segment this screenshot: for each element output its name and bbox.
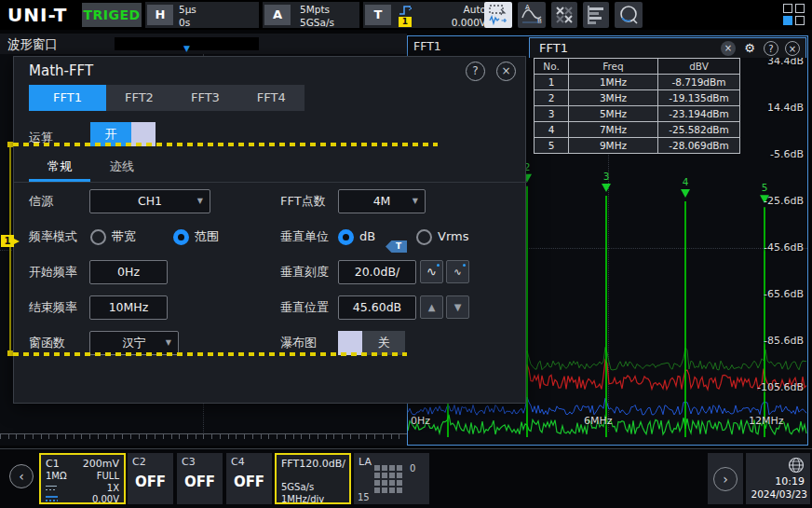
search-tool-button[interactable] <box>615 2 643 28</box>
scale-expand-button[interactable]: ∿ <box>420 260 443 283</box>
horizontal-settings-group[interactable]: H 5μs 0s <box>145 2 259 28</box>
pos-down-button[interactable]: ▼ <box>446 295 469 319</box>
timebase-scale: 5μs <box>179 4 196 15</box>
sample-rate: 5GSa/s <box>300 17 334 28</box>
help-icon[interactable]: ? <box>466 62 485 81</box>
waveform-window-dropdown[interactable]: ▼ <box>115 37 259 50</box>
cursor-measure-button[interactable]: A B <box>518 2 546 28</box>
trigger-settings-group[interactable]: T 1 Auto 0.000V <box>363 2 494 28</box>
fft-card-scale: 20.0dB/ <box>305 458 345 471</box>
clock-date: 2024/03/23 <box>751 488 807 500</box>
c3-state: OFF <box>177 474 223 490</box>
c1-offset: 0.00V <box>92 494 119 506</box>
stop-freq-value: 10MHz <box>109 300 149 314</box>
clock-time: 10:19 <box>775 475 805 487</box>
db-axis-label: -65.6dB <box>764 288 804 300</box>
trigger-source-badge: 1 <box>399 17 412 27</box>
points-select[interactable]: 4M ▼ <box>338 189 426 213</box>
radio-db[interactable] <box>338 229 354 245</box>
waveform-tool-button[interactable] <box>484 2 512 28</box>
chevron-down-icon: ▼ <box>413 190 418 213</box>
tab-fft4[interactable]: FFT4 <box>238 85 304 111</box>
peak-table-cell: 3 <box>535 106 568 121</box>
close-icon[interactable]: × <box>721 41 736 56</box>
window-layout-button[interactable] <box>783 4 805 26</box>
vertical-pos-label: 垂直位置 <box>280 290 329 325</box>
peak-table-header: Freq <box>569 59 657 74</box>
peak-table-cell: 5MHz <box>569 106 657 121</box>
chevron-right-icon: › <box>723 472 728 487</box>
globe-icon <box>788 457 805 474</box>
radio-bandwidth-label: 带宽 <box>112 219 136 254</box>
histogram-icon <box>585 4 607 26</box>
peak-table-cell: -25.582dBm <box>658 122 739 137</box>
peak-table-cell: 7MHz <box>569 122 657 137</box>
la-card[interactable]: LA 0 15 <box>354 453 429 504</box>
close-window-icon[interactable]: × <box>785 41 800 56</box>
source-select[interactable]: CH1 ▼ <box>89 189 210 213</box>
source-label: 信源 <box>29 184 53 219</box>
channel-card-c2[interactable]: C2 OFF <box>128 453 173 504</box>
histogram-tool-button[interactable] <box>583 2 609 28</box>
tab-fft3[interactable]: FFT3 <box>172 85 238 111</box>
subtab-general[interactable]: 常规 <box>29 154 90 182</box>
peak-table-cell: 1 <box>535 75 568 89</box>
tab-fft2[interactable]: FFT2 <box>106 85 172 111</box>
radio-bandwidth[interactable] <box>90 229 106 245</box>
la-bit-low: 15 <box>358 492 370 502</box>
peak-table-cell: 3MHz <box>569 90 657 105</box>
collapse-left-button[interactable]: ‹ <box>9 464 34 488</box>
math-xy-icon <box>553 4 575 26</box>
help-icon[interactable]: ? <box>764 41 778 56</box>
fft-peak-window-titlebar[interactable]: FFT1 × ⚙ ? × <box>529 37 806 58</box>
layout-square-icon <box>783 4 792 13</box>
start-freq-value: 0Hz <box>117 265 140 279</box>
db-axis-label: -25.6dB <box>764 195 804 207</box>
c3-name: C3 <box>182 456 196 468</box>
pos-up-button[interactable]: ▲ <box>420 295 443 319</box>
freq-axis-label: 0Hz <box>411 415 430 427</box>
peak-table-cell: 2 <box>535 90 568 105</box>
vertical-scale-input[interactable]: 20.0dB/ <box>338 260 416 284</box>
vertical-scale-label: 垂直刻度 <box>280 254 329 290</box>
radio-range-label: 范围 <box>195 219 219 254</box>
subtab-trace[interactable]: 迹线 <box>96 154 148 182</box>
fft-card-rate: 5GSa/s <box>281 482 314 494</box>
fft-status-card[interactable]: FFT1 20.0dB/ 5GSa/s 1MHz/div <box>275 453 351 504</box>
vertical-pos-input[interactable]: 45.60dB <box>338 295 416 320</box>
c1-probe: 1X <box>107 483 119 495</box>
radio-vrms[interactable] <box>416 229 432 245</box>
trigger-key: T <box>365 5 391 25</box>
horizontal-key: H <box>147 5 173 25</box>
top-status-bar: UNI-T TRIGED H 5μs 0s A 5Mpts 5GSa/s T 1… <box>0 0 812 30</box>
channel-card-c3[interactable]: C3 OFF <box>177 453 223 504</box>
ch1-level-marker[interactable]: 1 <box>1 235 14 247</box>
c4-state: OFF <box>226 474 272 490</box>
acquire-settings-group[interactable]: A 5Mpts 5GSa/s <box>263 2 359 28</box>
expand-right-button[interactable]: › <box>713 467 738 491</box>
clock-card[interactable]: 10:19 2024/03/23 <box>746 453 810 504</box>
tab-fft1[interactable]: FFT1 <box>29 85 106 111</box>
fft-peak-window[interactable]: FFT1 × ⚙ ? × No.FreqdBV11MHz-8.719dBm23M… <box>529 37 806 58</box>
stop-freq-input[interactable]: 10MHz <box>89 295 168 320</box>
expand-right-card[interactable]: › <box>708 453 743 504</box>
peak-table-header: dBV <box>658 59 739 74</box>
layout-square-active-icon <box>783 16 792 25</box>
close-icon[interactable]: × <box>496 62 516 81</box>
channel-card-c1[interactable]: C1 200mV 1MΩ FULL 1X 0.00V <box>39 453 126 504</box>
pin-icon[interactable]: ⚙ <box>742 41 757 56</box>
wave-expand-icon: ∿ <box>426 265 437 279</box>
channel-card-c4[interactable]: C4 OFF <box>226 453 272 504</box>
trigger-status-badge: TRIGED <box>82 3 142 27</box>
start-freq-input[interactable]: 0Hz <box>89 260 168 284</box>
search-icon <box>616 3 641 27</box>
radio-range[interactable] <box>173 229 189 245</box>
memory-depth: 5Mpts <box>300 4 330 15</box>
waveform-select-icon <box>487 4 509 26</box>
scale-compress-button[interactable]: ∿ <box>446 260 469 283</box>
points-label: FFT点数 <box>280 184 326 219</box>
math-tool-button[interactable] <box>551 2 577 28</box>
points-value: 4M <box>373 194 391 208</box>
arrow-up-icon: ▲ <box>428 302 436 312</box>
fft-card-name: FFT1 <box>281 458 305 471</box>
